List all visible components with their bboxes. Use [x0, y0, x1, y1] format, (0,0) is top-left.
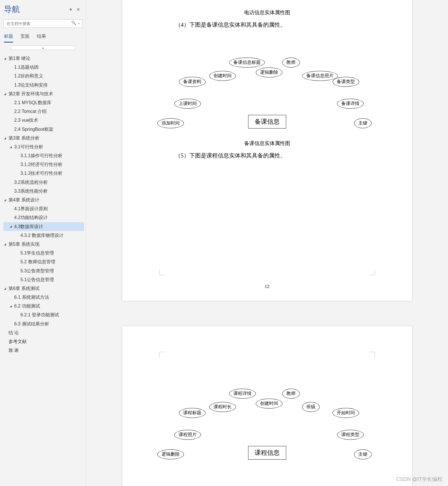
outline-label: 5.2 教师信息管理: [20, 257, 55, 266]
outline-item[interactable]: 1.2目的和意义: [3, 71, 84, 80]
caption: 电访信息实体属性图: [145, 9, 389, 16]
attribute-bubble: 备课信息照片: [302, 71, 338, 81]
attribute-bubble: 课程时长: [209, 402, 236, 412]
caret-icon: ◢: [10, 303, 14, 309]
caret-icon: ◢: [4, 135, 9, 141]
outline-label: 5.1公告信息管理: [20, 275, 54, 284]
entity-box: 备课信息: [248, 115, 286, 129]
attribute-bubble: 课程照片: [174, 430, 201, 440]
attribute-bubble: 备课详情: [337, 99, 364, 109]
outline-item[interactable]: ◢第3章 系统分析: [3, 134, 84, 142]
attribute-bubble: 课程类型: [337, 430, 364, 440]
outline-tree: ◢第1章 绪论1.1选题动因1.2目的和意义1.3论文结构安排◢第2章 开发环境…: [0, 52, 86, 486]
outline-item[interactable]: ◢6.2 功能测试: [3, 302, 84, 310]
outline-item[interactable]: 致 谢: [3, 346, 84, 355]
outline-label: 6.2 功能测试: [14, 302, 40, 310]
outline-item[interactable]: ◢第1章 绪论: [3, 54, 84, 63]
outline-item[interactable]: 参考文献: [3, 337, 84, 346]
outline-label: 第3章 系统分析: [9, 134, 39, 142]
outline-item[interactable]: 3.2系统流程分析: [3, 178, 84, 187]
outline-label: 第1章 绪论: [9, 54, 30, 63]
outline-item[interactable]: ◢第5章 系统实现: [3, 240, 84, 249]
outline-item[interactable]: 4.2功能结构设计: [3, 213, 84, 222]
er-diagram-2: 课程信息 逻辑删除课程照片课程标题课程时长课程详情创建时间教师班级开始时间课程类…: [165, 363, 369, 460]
outline-item[interactable]: ◢3.1可行性分析: [3, 142, 84, 151]
tab-标题[interactable]: 标题: [4, 32, 13, 43]
outline-label: 3.2系统流程分析: [14, 178, 48, 187]
outline-item[interactable]: 5.3公告类型管理: [3, 266, 84, 275]
outline-label: 4.1界面设计原则: [14, 204, 48, 213]
attribute-bubble: 课程详情: [229, 389, 256, 399]
outline-item[interactable]: 3.3系统性能分析: [3, 187, 84, 195]
outline-label: 1.3论文结构安排: [14, 81, 48, 89]
outline-label: 1.2目的和意义: [14, 71, 43, 80]
attribute-bubble: 班级: [302, 402, 320, 412]
attribute-bubble: 备课类型: [332, 77, 359, 87]
outline-item[interactable]: 5.1公告信息管理: [3, 275, 84, 284]
attribute-bubble: 备课信息标题: [229, 58, 265, 68]
outline-item[interactable]: 5.2 教师信息管理: [3, 257, 84, 266]
outline-item[interactable]: 2.4 SpringBoot框架: [3, 125, 84, 134]
outline-label: 3.1可行性分析: [14, 142, 43, 151]
tab-结果[interactable]: 结果: [37, 32, 46, 43]
caret-icon: ◢: [4, 56, 9, 61]
paragraph: （5）下图是课程信息实体和其具备的属性。: [145, 152, 389, 159]
outline-item[interactable]: 3.1.2经济可行性分析: [3, 160, 84, 169]
attribute-bubble: 课程标题: [179, 408, 206, 418]
outline-item[interactable]: 1.3论文结构安排: [3, 81, 84, 89]
outline-item[interactable]: 结 论: [3, 328, 84, 337]
outline-item[interactable]: 2.2 Tomcat 介绍: [3, 107, 84, 116]
outline-item[interactable]: ◢第4章 系统设计: [3, 195, 84, 204]
dropdown-icon[interactable]: ▾: [67, 6, 74, 13]
outline-item[interactable]: 2.1 MYSQL数据库: [3, 98, 84, 107]
outline-label: 致 谢: [9, 346, 19, 355]
outline-label: 6.1 系统测试方法: [14, 293, 49, 302]
search-container: 🔍 ⌄: [0, 18, 86, 30]
attribute-bubble: 备课资料: [179, 77, 206, 87]
outline-label: 2.2 Tomcat 介绍: [14, 107, 47, 116]
outline-item[interactable]: 5.1学生信息管理: [3, 249, 84, 257]
outline-item[interactable]: 6.1 系统测试方法: [3, 293, 84, 302]
attribute-bubble: 教师: [282, 389, 300, 399]
outline-item[interactable]: 3.1.3技术可行性分析: [3, 169, 84, 178]
outline-label: 参考文献: [9, 337, 27, 346]
outline-label: 5.3公告类型管理: [20, 266, 54, 275]
outline-item[interactable]: 4.3.2 数据库物理设计: [3, 231, 84, 240]
outline-label: 4.2功能结构设计: [14, 213, 48, 222]
caret-icon: ◢: [4, 197, 9, 203]
outline-label: 2.4 SpringBoot框架: [14, 125, 53, 134]
search-input[interactable]: [3, 19, 82, 28]
outline-label: 1.1选题动因: [14, 63, 39, 71]
search-dropdown-icon[interactable]: ⌄: [77, 20, 81, 25]
jump-bar[interactable]: ▴: [11, 45, 75, 50]
outline-item[interactable]: ◢4.3数据库设计: [3, 222, 84, 231]
outline-item[interactable]: 3.1.1操作可行性分析: [3, 151, 84, 160]
outline-item[interactable]: 2.3 vue技术: [3, 116, 84, 125]
outline-item[interactable]: 6.2.1 登录功能测试: [3, 310, 84, 319]
outline-label: 5.1学生信息管理: [20, 249, 54, 257]
close-icon[interactable]: ✕: [74, 6, 82, 13]
outline-item[interactable]: 6.3 测试结果分析: [3, 319, 84, 328]
document-area[interactable]: 电访信息实体属性图 （4）下图是备课信息实体和其具备的属性。 备课信息 添加时间…: [86, 0, 448, 486]
attribute-bubble: 创建时间: [209, 71, 236, 81]
outline-label: 4.3.2 数据库物理设计: [20, 231, 64, 240]
outline-label: 2.1 MYSQL数据库: [14, 98, 51, 107]
er-diagram-1: 备课信息 添加时间上课时间备课资料创建时间备课信息标题逻辑删除教师备课信息照片备…: [165, 32, 369, 129]
outline-label: 2.3 vue技术: [14, 116, 38, 125]
outline-label: 第2章 开发环境与技术: [9, 89, 53, 98]
outline-item[interactable]: ◢第6章 系统测试: [3, 284, 84, 293]
search-icon[interactable]: 🔍: [71, 20, 76, 25]
nav-header: 导航 ▾ ✕: [0, 0, 86, 18]
nav-tabs: 标题页面结果: [0, 30, 86, 43]
outline-item[interactable]: ◢第2章 开发环境与技术: [3, 89, 84, 98]
page-2: 课程信息 逻辑删除课程照片课程标题课程时长课程详情创建时间教师班级开始时间课程类…: [122, 326, 412, 486]
caption: 备课信息实体属性图: [145, 140, 389, 147]
outline-label: 结 论: [9, 328, 19, 337]
outline-item[interactable]: 1.1选题动因: [3, 63, 84, 71]
outline-item[interactable]: 4.1界面设计原则: [3, 204, 84, 213]
outline-label: 第4章 系统设计: [9, 195, 39, 204]
tab-页面[interactable]: 页面: [20, 32, 30, 43]
caret-icon: ◢: [4, 241, 9, 247]
page-number: 12: [265, 284, 269, 289]
attribute-bubble: 逻辑删除: [157, 449, 184, 459]
